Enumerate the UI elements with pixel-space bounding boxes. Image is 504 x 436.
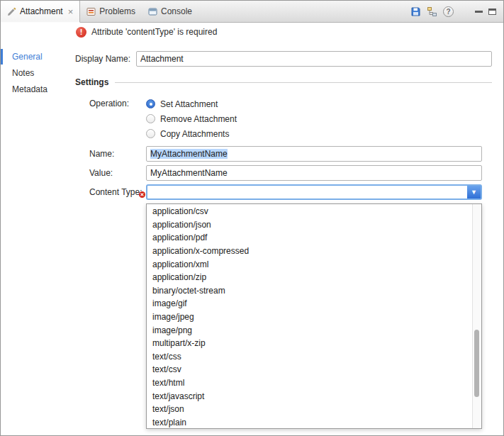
operation-row: Operation: Set Attachment Remove Attachm…: [89, 96, 482, 141]
dropdown-option[interactable]: binary/octet-stream: [147, 284, 473, 298]
name-label: Name:: [89, 149, 146, 159]
sidebar-item-general[interactable]: General: [1, 49, 68, 65]
attachment-pencil-icon: [7, 7, 16, 16]
sidebar-item-metadata[interactable]: Metadata: [1, 82, 68, 97]
dropdown-option[interactable]: application/x-compressed: [147, 245, 473, 258]
save-icon[interactable]: [410, 6, 421, 17]
dropdown-option[interactable]: multipart/x-zip: [147, 337, 473, 350]
properties-editor-window: Attachment × Problems Console: [0, 0, 504, 436]
content-type-dropdown-list: application/csv application/json applica…: [146, 203, 482, 429]
dropdown-option[interactable]: text/javascript: [147, 389, 473, 403]
dropdown-option[interactable]: application/xml: [147, 257, 473, 271]
dropdown-option[interactable]: application/csv: [147, 205, 473, 218]
settings-section-header: Settings: [75, 77, 492, 87]
close-icon[interactable]: ×: [68, 7, 74, 16]
value-row: Value:: [89, 165, 482, 181]
radio-set-attachment[interactable]: Set Attachment: [146, 96, 237, 111]
tab-label: Console: [161, 6, 192, 16]
dropdown-option[interactable]: application/zip: [147, 271, 473, 284]
display-name-label: Display Name:: [75, 54, 136, 64]
chevron-down-icon[interactable]: ▼: [467, 186, 481, 199]
scrollbar-thumb[interactable]: [474, 330, 479, 397]
radio-copy-attachments[interactable]: Copy Attachments: [146, 126, 237, 141]
dropdown-scrollbar[interactable]: [472, 204, 481, 428]
dropdown-option[interactable]: text/csv: [147, 363, 473, 376]
dropdown-options: application/csv application/json applica…: [147, 205, 473, 429]
radio-button-icon[interactable]: [146, 99, 155, 108]
settings-title: Settings: [75, 77, 108, 87]
section-divider: [115, 82, 492, 83]
selected-text: MyAttachmentName: [150, 149, 228, 159]
minimize-icon[interactable]: [475, 11, 483, 13]
maximize-icon[interactable]: [488, 9, 496, 15]
sidebar-item-notes[interactable]: Notes: [1, 65, 68, 81]
value-label: Value:: [89, 168, 146, 178]
dropdown-option[interactable]: text/css: [147, 350, 473, 364]
radio-button-icon[interactable]: [146, 129, 155, 138]
tab-attachment[interactable]: Attachment ×: [1, 1, 80, 23]
content-type-row: Content Type: ✕ ▼: [89, 184, 482, 200]
dropdown-option[interactable]: text/plain: [147, 416, 473, 430]
error-message: Attribute 'contentType' is required: [91, 27, 217, 37]
radio-button-icon[interactable]: [146, 114, 155, 123]
combo-value[interactable]: [147, 186, 467, 199]
error-icon: !: [76, 27, 86, 38]
hierarchy-icon[interactable]: [427, 6, 437, 17]
display-name-row: Display Name:: [75, 51, 492, 67]
error-decorator-icon: ✕: [139, 191, 145, 198]
dropdown-option[interactable]: image/gif: [147, 297, 473, 311]
tab-label: Problems: [99, 6, 135, 16]
value-input[interactable]: [146, 165, 482, 181]
editor-tab-bar: Attachment × Problems Console: [1, 1, 503, 23]
radio-remove-attachment[interactable]: Remove Attachment: [146, 111, 237, 126]
tab-console[interactable]: Console: [142, 1, 198, 22]
help-icon[interactable]: ?: [443, 6, 454, 17]
tab-problems[interactable]: Problems: [80, 1, 142, 22]
content-type-combobox[interactable]: ✕ ▼: [146, 184, 482, 200]
validation-error-bar: ! Attribute 'contentType' is required: [1, 23, 503, 41]
operation-radio-group: Set Attachment Remove Attachment Copy At…: [146, 96, 237, 141]
name-row: Name: MyAttachmentName: [89, 146, 482, 162]
view-toolbar: ?: [410, 1, 503, 22]
problems-icon: [86, 7, 96, 16]
name-input[interactable]: MyAttachmentName: [146, 146, 482, 162]
content-type-label: Content Type:: [89, 187, 146, 197]
dropdown-option[interactable]: text/html: [147, 376, 473, 390]
display-name-input[interactable]: [136, 51, 492, 67]
operation-label: Operation:: [89, 96, 146, 111]
dropdown-option[interactable]: image/jpeg: [147, 311, 473, 324]
dropdown-option[interactable]: application/json: [147, 218, 473, 232]
general-panel: Display Name: Settings Operation: Set At…: [68, 41, 503, 436]
tab-label: Attachment: [20, 6, 63, 16]
properties-sidebar: General Notes Metadata: [1, 41, 68, 436]
console-icon: [148, 7, 157, 16]
dropdown-option[interactable]: image/png: [147, 323, 473, 337]
dropdown-option[interactable]: text/json: [147, 403, 473, 416]
dropdown-option[interactable]: application/pdf: [147, 231, 473, 245]
